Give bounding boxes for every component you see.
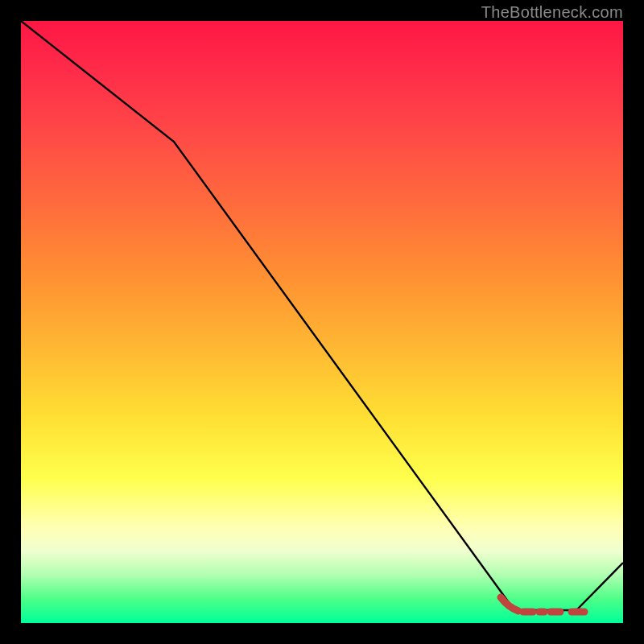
chart-overlay [21, 21, 623, 623]
chart-frame: { "attribution": "TheBottleneck.com", "c… [0, 0, 644, 644]
attribution-text: TheBottleneck.com [481, 3, 623, 22]
optimal-zone-path [501, 597, 584, 612]
main-curve-path [21, 21, 623, 610]
